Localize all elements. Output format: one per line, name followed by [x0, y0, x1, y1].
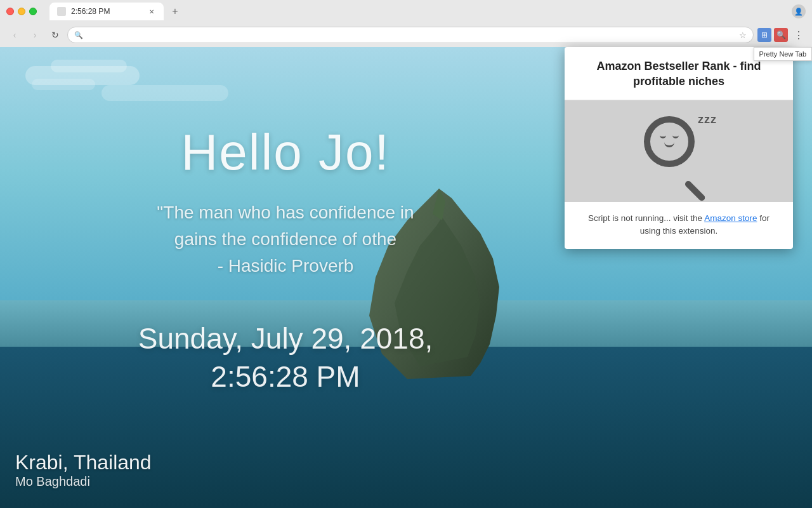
browser-right-icons: 👤 — [792, 4, 806, 18]
popup-title: Amazon Bestseller Rank - find profitable… — [577, 58, 780, 90]
traffic-lights — [6, 8, 37, 15]
browser-chrome: 2:56:28 PM ✕ + 👤 ‹ › ↻ 🔍 ☆ ⊞ 🔍 ⋮ — [0, 0, 812, 47]
quote-text: "The man who has confidence in gains the… — [0, 199, 571, 279]
location-city: Krabi, Thailand — [15, 451, 152, 474]
magnifier-right-eye — [672, 135, 679, 138]
url-input[interactable] — [87, 30, 735, 40]
active-tab[interactable]: 2:56:28 PM ✕ — [49, 3, 164, 20]
greeting-text: Hello Jo! — [0, 123, 571, 182]
chrome-menu-button[interactable]: ⋮ — [792, 28, 806, 42]
extension-puzzle-icon[interactable]: ⊞ — [757, 28, 771, 42]
quote-line1: "The man who has confidence in — [157, 203, 414, 222]
magnifier-glass — [644, 116, 695, 167]
cloud-4 — [32, 79, 95, 90]
quote-attribution: - Hasidic Proverb — [218, 256, 354, 276]
tab-bar: 2:56:28 PM ✕ + — [49, 3, 787, 20]
tab-close-button[interactable]: ✕ — [147, 7, 156, 16]
extension-icons: ⊞ 🔍 — [757, 28, 788, 42]
sleeping-magnifier-icon: zzz — [641, 113, 717, 189]
tab-favicon — [57, 7, 66, 16]
popup-image-area: zzz — [565, 100, 793, 202]
magnifier-left-eye — [660, 135, 666, 138]
magnifier-eyes — [660, 135, 679, 138]
pretty-new-tab-tooltip: Pretty New Tab — [754, 47, 812, 61]
popup-body-text-before: Script is not running... visit the — [588, 213, 704, 223]
date-line1: Sunday, July 29, 2018, — [138, 322, 433, 355]
magnifier-handle — [684, 180, 706, 202]
extension-popup: Amazon Bestseller Rank - find profitable… — [565, 47, 793, 249]
maximize-button[interactable] — [29, 8, 37, 15]
location-person: Mo Baghdadi — [15, 474, 152, 489]
quote-line2: gains the confidence of othe — [174, 229, 396, 249]
magnifier-face — [660, 135, 679, 147]
minimize-button[interactable] — [18, 8, 25, 15]
omnibar-row: ‹ › ↻ 🔍 ☆ ⊞ 🔍 ⋮ — [0, 23, 812, 47]
tab-title: 2:56:28 PM — [71, 7, 142, 16]
extension-search-icon[interactable]: 🔍 — [774, 28, 788, 42]
cloud-3 — [102, 85, 228, 101]
magnifier-mouth — [664, 142, 674, 147]
back-button[interactable]: ‹ — [6, 27, 23, 43]
location-block: Krabi, Thailand Mo Baghdadi — [15, 451, 152, 489]
search-icon: 🔍 — [74, 31, 83, 39]
bookmark-star-icon[interactable]: ☆ — [739, 30, 747, 40]
amazon-store-link[interactable]: Amazon store — [704, 213, 757, 223]
close-button[interactable] — [6, 8, 14, 15]
forward-button[interactable]: › — [27, 27, 43, 43]
datetime-text: Sunday, July 29, 2018, 2:56:28 PM — [0, 320, 571, 396]
title-bar: 2:56:28 PM ✕ + 👤 — [0, 0, 812, 23]
refresh-button[interactable]: ↻ — [47, 27, 63, 43]
address-bar[interactable]: 🔍 ☆ — [67, 27, 754, 43]
time-line2: 2:56:28 PM — [211, 360, 360, 393]
cloud-2 — [51, 60, 127, 72]
new-tab-button[interactable]: + — [166, 3, 184, 20]
zzz-icon: zzz — [698, 113, 717, 126]
popup-body: Script is not running... visit the Amazo… — [565, 202, 793, 250]
profile-button[interactable]: 👤 — [792, 4, 806, 18]
tooltip-label: Pretty New Tab — [759, 50, 806, 58]
